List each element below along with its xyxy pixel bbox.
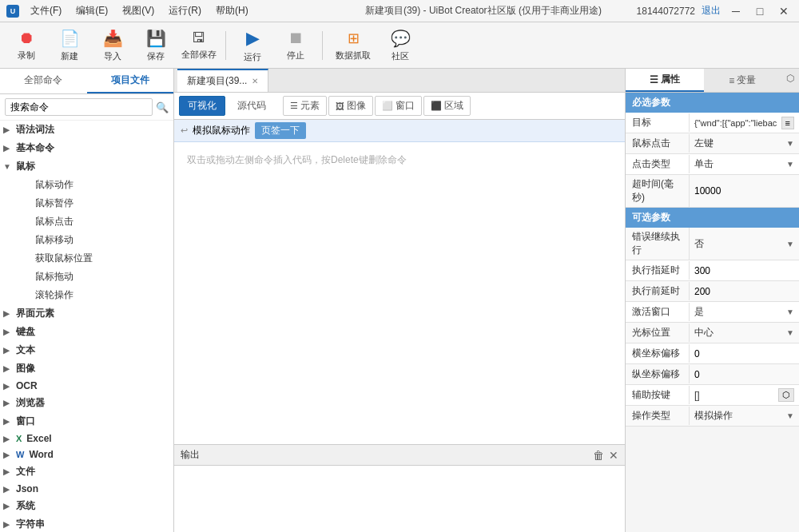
view-tab-source[interactable]: 源代码 <box>229 96 275 116</box>
editor-content-area[interactable]: 双击或拖动左侧命令插入代码，按Delete键删除命令 <box>174 142 625 444</box>
menu-edit[interactable]: 编辑(E) <box>70 2 114 19</box>
arrow-icon: ▼ <box>3 162 13 171</box>
dropdown-icon[interactable]: ▼ <box>786 139 794 148</box>
community-button[interactable]: 💬 社区 <box>380 26 420 66</box>
dropdown-icon[interactable]: ▼ <box>786 160 794 169</box>
dropdown-icon[interactable]: ▼ <box>786 308 794 316</box>
run-button[interactable]: ▶ 运行 <box>233 26 272 66</box>
param-value-timeout[interactable] <box>690 183 799 199</box>
tree-item-mouse-move-label: 鼠标移动 <box>35 233 74 247</box>
command-badge[interactable]: 页签一下 <box>255 122 306 139</box>
activate-window-value: 是 <box>694 305 786 319</box>
tree-item-file[interactable]: ▶ 文件 <box>0 463 173 481</box>
tree-item-excel[interactable]: ▶ X Excel <box>0 431 173 447</box>
tree-item-base[interactable]: ▶ 基本命令 <box>0 139 173 157</box>
menu-run[interactable]: 运行(R) <box>162 2 208 19</box>
pre-delay-input[interactable] <box>694 286 794 297</box>
exec-delay-input[interactable] <box>694 265 794 276</box>
tree-item-mouse[interactable]: ▼ 鼠标 <box>0 157 173 176</box>
dropdown-icon[interactable]: ▼ <box>786 240 794 248</box>
click-type-value: 单击 <box>694 157 786 171</box>
tree-item-json-label: Json <box>16 483 38 494</box>
param-label-op-type: 操作类型 <box>626 407 690 425</box>
sidebar-tab-all-commands[interactable]: 全部命令 <box>0 69 87 93</box>
param-value-y-offset[interactable] <box>690 367 799 383</box>
data-extract-button[interactable]: ⊞ 数据抓取 <box>329 26 377 66</box>
stop-button[interactable]: ⏹ 停止 <box>276 26 316 66</box>
menu-help[interactable]: 帮助(H) <box>209 2 255 19</box>
view-tab-area[interactable]: ⬛ 区域 <box>423 96 471 116</box>
menu-view[interactable]: 视图(V) <box>116 2 161 19</box>
tree-item-text[interactable]: ▶ 文本 <box>0 341 173 359</box>
tree-item-mouse-drag-label: 鼠标拖动 <box>35 270 74 284</box>
right-tab-variables[interactable]: ≡ 变量 <box>704 69 782 92</box>
search-icon[interactable]: 🔍 <box>156 101 169 113</box>
view-tab-window[interactable]: ⬜ 窗口 <box>375 96 422 116</box>
maximize-button[interactable]: □ <box>751 2 769 20</box>
tree-item-grammar[interactable]: ▶ 语法词法 <box>0 121 173 139</box>
right-tab-properties[interactable]: ☰ 属性 <box>626 69 704 92</box>
editor-tab-close-icon[interactable]: ✕ <box>252 77 258 85</box>
y-offset-input[interactable] <box>694 369 794 380</box>
main-area: 全部命令 项目文件 🔍 ▶ 语法词法 ▶ 基本命令 ▼ 鼠标 ▶ 鼠标动作 <box>0 69 799 532</box>
app-logo: U <box>6 5 19 18</box>
menu-file[interactable]: 文件(F) <box>24 2 68 19</box>
param-row-hotkey: 辅助按键 [] ⬡ <box>626 385 799 406</box>
param-row-x-offset: 横坐标偏移 <box>626 343 799 364</box>
tree-item-keyboard[interactable]: ▶ 键盘 <box>0 323 173 341</box>
record-button[interactable]: ⏺ 录制 <box>6 26 46 66</box>
param-value-pre-delay[interactable] <box>690 284 799 300</box>
arrow-icon: ▶ <box>3 309 13 318</box>
timeout-input[interactable] <box>694 185 794 197</box>
elements-icon: ☰ <box>290 101 298 111</box>
search-input[interactable] <box>5 98 153 116</box>
param-label-pre-delay: 执行前延时 <box>626 282 690 300</box>
target-edit-button[interactable]: ≡ <box>781 117 794 129</box>
minimize-button[interactable]: ─ <box>727 2 745 20</box>
dropdown-icon[interactable]: ▼ <box>786 411 794 420</box>
save-all-button[interactable]: 🖫 全部保存 <box>179 26 219 66</box>
tree-item-ocr[interactable]: ▶ OCR <box>0 378 173 394</box>
tree-item-browser[interactable]: ▶ 浏览器 <box>0 394 173 412</box>
output-clear-button[interactable]: 🗑 <box>593 449 604 462</box>
save-button[interactable]: 💾 保存 <box>136 26 176 66</box>
view-tab-image[interactable]: 🖼 图像 <box>328 96 373 116</box>
view-tab-elements[interactable]: ☰ 元素 <box>283 96 327 116</box>
output-close-button[interactable]: ✕ <box>609 449 618 462</box>
sidebar-tab-project-files[interactable]: 项目文件 <box>87 69 174 93</box>
param-value-x-offset[interactable] <box>690 346 799 362</box>
param-row-activate-window: 激活窗口 是 ▼ <box>626 302 799 323</box>
tree-item-mouse-pause[interactable]: ▶ 鼠标暂停 <box>0 194 173 212</box>
tree-item-ui-elements[interactable]: ▶ 界面元素 <box>0 304 173 323</box>
tree-item-json[interactable]: ▶ Json <box>0 481 173 497</box>
param-label-activate-window: 激活窗口 <box>626 303 690 321</box>
close-button[interactable]: ✕ <box>775 2 793 20</box>
tree-item-string[interactable]: ▶ 字符串 <box>0 515 173 532</box>
hotkey-edit-button[interactable]: ⬡ <box>778 388 794 402</box>
arrow-icon: ▶ <box>22 217 32 226</box>
logout-link[interactable]: 退出 <box>702 4 721 18</box>
editor-tab-main[interactable]: 新建项目(39... ✕ <box>177 69 268 92</box>
tree-item-mouse-drag[interactable]: ▶ 鼠标拖动 <box>0 268 173 286</box>
image-label: 图像 <box>347 99 366 113</box>
tree-item-scroll[interactable]: ▶ 滚轮操作 <box>0 286 173 304</box>
tree-item-mouse-getpos[interactable]: ▶ 获取鼠标位置 <box>0 249 173 268</box>
tree-item-mouse-click[interactable]: ▶ 鼠标点击 <box>0 212 173 231</box>
tree-item-ui-label: 界面元素 <box>16 307 54 320</box>
new-button[interactable]: 📄 新建 <box>50 26 89 66</box>
tree-item-word[interactable]: ▶ W Word <box>0 447 173 463</box>
tree-item-excel-label: Excel <box>26 433 51 444</box>
tree-item-system[interactable]: ▶ 系统 <box>0 497 173 515</box>
tree-item-mouse-move[interactable]: ▶ 鼠标移动 <box>0 231 173 249</box>
x-offset-input[interactable] <box>694 348 794 359</box>
data-extract-label: 数据抓取 <box>336 50 371 62</box>
tree-item-image[interactable]: ▶ 图像 <box>0 359 173 378</box>
dropdown-icon[interactable]: ▼ <box>786 328 794 337</box>
right-expand-button[interactable]: ⬡ <box>781 69 799 92</box>
param-label-exec-delay: 执行指延时 <box>626 261 690 280</box>
import-button[interactable]: 📥 导入 <box>93 26 133 66</box>
param-value-exec-delay[interactable] <box>690 263 799 279</box>
tree-item-window[interactable]: ▶ 窗口 <box>0 412 173 431</box>
tree-item-mouse-action[interactable]: ▶ 鼠标动作 <box>0 176 173 194</box>
view-tab-visual[interactable]: 可视化 <box>179 96 225 116</box>
